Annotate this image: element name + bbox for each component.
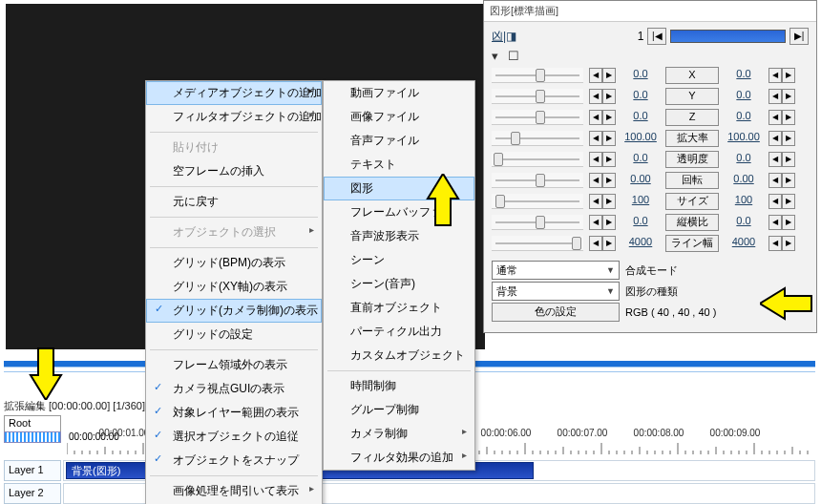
ctx-main-item-19[interactable]: オブジェクトをスナップ [146, 449, 322, 472]
prop-name-5[interactable]: 回転 [665, 172, 719, 189]
prop-name-8[interactable]: ライン幅 [665, 235, 719, 252]
nav-first-button[interactable]: |◀ [647, 28, 666, 45]
ctx-media-item-1[interactable]: 画像ファイル [324, 105, 474, 129]
prop-value-8[interactable]: 4000 [621, 236, 660, 251]
prop-slider-0[interactable] [492, 68, 583, 83]
prop-dec-0[interactable]: ◀ [589, 68, 602, 83]
ctx-main-item-15[interactable]: フレーム領域外の表示 [146, 353, 322, 377]
prop-name-7[interactable]: 縦横比 [665, 214, 719, 231]
prop-inc-0[interactable]: ▶ [602, 68, 616, 83]
prop-right-7[interactable]: 0.0 [725, 215, 763, 230]
prop-rinc-0[interactable]: ▶ [782, 68, 795, 83]
prop-rinc-7[interactable]: ▶ [782, 215, 795, 230]
context-submenu-media[interactable]: 動画ファイル画像ファイル音声ファイルテキスト図形フレームバッファ音声波形表示シー… [323, 80, 475, 471]
prop-dec-8[interactable]: ◀ [589, 236, 602, 251]
prop-slider-7[interactable] [492, 215, 583, 230]
ctx-media-item-11[interactable]: カスタムオブジェクト [324, 344, 474, 368]
context-menu-main[interactable]: メディアオブジェクトの追加フィルタオブジェクトの追加貼り付け空フレームの挿入元に… [145, 80, 323, 504]
prop-value-5[interactable]: 0.00 [621, 173, 660, 188]
ctx-media-item-10[interactable]: パーティクル出力 [324, 320, 474, 344]
ctx-media-item-8[interactable]: シーン(音声) [324, 272, 474, 296]
prop-rdec-5[interactable]: ◀ [768, 173, 782, 188]
ctx-media-item-5[interactable]: フレームバッファ [324, 200, 474, 224]
prop-inc-8[interactable]: ▶ [602, 236, 616, 251]
layer-1-label[interactable]: Layer 1 [4, 460, 61, 481]
ctx-main-item-21[interactable]: 画像処理を間引いて表示 [146, 479, 322, 503]
prop-slider-3[interactable] [492, 131, 583, 146]
prop-dec-7[interactable]: ◀ [589, 215, 602, 230]
prop-value-1[interactable]: 0.0 [621, 89, 660, 104]
prop-rinc-1[interactable]: ▶ [782, 89, 795, 104]
prop-right-1[interactable]: 0.0 [725, 89, 763, 104]
prop-right-5[interactable]: 0.00 [725, 173, 763, 188]
prop-inc-3[interactable]: ▶ [602, 131, 616, 146]
ctx-media-item-16[interactable]: フィルタ効果の追加 [324, 446, 474, 470]
prop-dec-3[interactable]: ◀ [589, 131, 602, 146]
ctx-main-item-16[interactable]: カメラ視点GUIの表示 [146, 377, 322, 401]
prop-rinc-2[interactable]: ▶ [782, 110, 795, 125]
prop-value-2[interactable]: 0.0 [621, 110, 660, 125]
prop-rdec-1[interactable]: ◀ [768, 89, 782, 104]
prop-dec-4[interactable]: ◀ [589, 152, 602, 167]
prop-right-0[interactable]: 0.0 [725, 68, 763, 83]
ctx-media-item-9[interactable]: 直前オブジェクト [324, 296, 474, 320]
prop-inc-5[interactable]: ▶ [602, 173, 616, 188]
ctx-media-item-0[interactable]: 動画ファイル [324, 81, 474, 105]
ctx-media-item-15[interactable]: カメラ制御 [324, 422, 474, 446]
prop-slider-1[interactable] [492, 89, 583, 104]
prop-value-3[interactable]: 100.00 [621, 131, 660, 146]
prop-inc-6[interactable]: ▶ [602, 194, 616, 209]
ctx-media-item-4[interactable]: 図形 [324, 177, 474, 200]
prop-rdec-3[interactable]: ◀ [768, 131, 782, 146]
layer-2-label[interactable]: Layer 2 [4, 483, 61, 504]
section-icons[interactable]: 凶|◨ [492, 29, 516, 45]
ctx-media-item-14[interactable]: グループ制御 [324, 398, 474, 422]
ctx-media-item-7[interactable]: シーン [324, 248, 474, 272]
ctx-main-item-0[interactable]: メディアオブジェクトの追加 [146, 81, 322, 105]
prop-name-0[interactable]: X [665, 67, 719, 84]
prop-rdec-8[interactable]: ◀ [768, 236, 782, 251]
prop-slider-4[interactable] [492, 152, 583, 167]
prop-right-8[interactable]: 4000 [725, 236, 763, 251]
prop-right-6[interactable]: 100 [725, 194, 763, 209]
prop-dec-5[interactable]: ◀ [589, 173, 602, 188]
prop-value-7[interactable]: 0.0 [621, 215, 660, 230]
prop-inc-2[interactable]: ▶ [602, 110, 616, 125]
shape-type-combo[interactable]: 背景▼ [492, 282, 620, 301]
prop-rinc-5[interactable]: ▶ [782, 173, 795, 188]
ctx-media-item-2[interactable]: 音声ファイル [324, 129, 474, 153]
prop-inc-1[interactable]: ▶ [602, 89, 616, 104]
prop-inc-4[interactable]: ▶ [602, 152, 616, 167]
prop-dec-2[interactable]: ◀ [589, 110, 602, 125]
blend-mode-combo[interactable]: 通常▼ [492, 261, 620, 280]
prop-slider-8[interactable] [492, 236, 583, 251]
ctx-main-item-11[interactable]: グリッド(XY軸)の表示 [146, 275, 322, 299]
prop-slider-2[interactable] [492, 110, 583, 125]
ctx-media-item-13[interactable]: 時間制御 [324, 374, 474, 398]
prop-value-4[interactable]: 0.0 [621, 152, 660, 167]
ctx-media-item-3[interactable]: テキスト [324, 153, 474, 177]
prop-right-3[interactable]: 100.00 [725, 131, 763, 146]
prop-right-4[interactable]: 0.0 [725, 152, 763, 167]
ctx-main-item-17[interactable]: 対象レイヤー範囲の表示 [146, 401, 322, 425]
prop-name-4[interactable]: 透明度 [665, 151, 719, 168]
prop-slider-5[interactable] [492, 173, 583, 188]
prop-rdec-7[interactable]: ◀ [768, 215, 782, 230]
prop-rinc-8[interactable]: ▶ [782, 236, 795, 251]
prop-name-3[interactable]: 拡大率 [665, 130, 719, 147]
ctx-main-item-10[interactable]: グリッド(BPM)の表示 [146, 251, 322, 275]
prop-slider-6[interactable] [492, 194, 583, 209]
prop-value-0[interactable]: 0.0 [621, 68, 660, 83]
prop-dec-1[interactable]: ◀ [589, 89, 602, 104]
prop-value-6[interactable]: 100 [621, 194, 660, 209]
prop-rinc-6[interactable]: ▶ [782, 194, 795, 209]
ctx-main-item-18[interactable]: 選択オブジェクトの追従 [146, 425, 322, 449]
ctx-main-item-12[interactable]: グリッド(カメラ制御)の表示 [146, 299, 322, 323]
prop-rdec-0[interactable]: ◀ [768, 68, 782, 83]
nav-progress[interactable] [670, 30, 786, 43]
ctx-media-item-6[interactable]: 音声波形表示 [324, 224, 474, 248]
ctx-main-item-4[interactable]: 空フレームの挿入 [146, 159, 322, 183]
scene-root-cell[interactable]: Root [4, 415, 61, 432]
ctx-main-item-6[interactable]: 元に戻す [146, 190, 322, 214]
prop-name-2[interactable]: Z [665, 109, 719, 126]
